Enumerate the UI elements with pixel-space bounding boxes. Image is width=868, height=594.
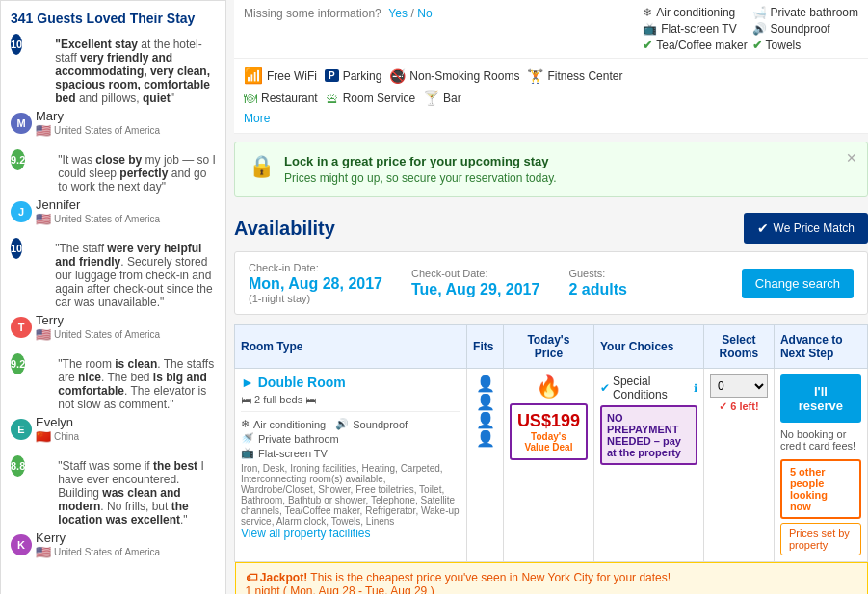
review-text: "Excellent stay at the hotel-staff very …	[55, 38, 216, 105]
bath-icon2: 🚿	[241, 432, 254, 445]
col-select: SelectRooms	[703, 325, 774, 369]
right-panel: Missing some information? Yes / No ❄ Air…	[226, 0, 868, 594]
review-item: 9.2 "It was close by my job — so I could…	[11, 149, 216, 226]
reviewer-row: T Terry 🇺🇸 United States of America	[11, 313, 216, 342]
review-score: 8.8	[11, 455, 25, 477]
ac-icon: ❄	[643, 6, 652, 19]
review-item: 9.2 "The room is clean. The staffs are n…	[11, 353, 216, 444]
reviewer-country: 🇺🇸 United States of America	[36, 545, 160, 559]
price-cell: 🔥 US$199 Today'sValue Deal	[503, 369, 593, 562]
col-choices: Your Choices	[593, 325, 703, 369]
table-header-row: Room Type Fits Today'sPrice Your Choices…	[235, 325, 868, 369]
review-score: 9.2	[11, 149, 25, 170]
bar-amenity: 🍸 Bar	[423, 90, 461, 106]
fitness-icon: 🏋	[527, 68, 543, 84]
flag-icon: 🇺🇸	[36, 327, 51, 342]
reviewer-initial: T	[11, 317, 32, 338]
tv-icon2: 📺	[241, 447, 254, 459]
hotel-amenities-bar: 📶 Free WiFi P Parking 🚭 Non-Smoking Room…	[234, 59, 868, 134]
wifi-icon: 📶	[244, 66, 263, 85]
review-text: "The staff were very helpful and friendl…	[55, 242, 216, 309]
lock-icon: 🔒	[249, 154, 275, 179]
advance-cell: I'll reserve No booking or credit card f…	[774, 369, 867, 562]
reviewer-country: 🇺🇸 United States of America	[36, 327, 160, 342]
banner-content: Lock in a great price for your upcoming …	[284, 154, 557, 185]
no-prepay-box: NO PREPAYMENT NEEDED – pay at the proper…	[600, 405, 697, 465]
missing-info-bar: Missing some information? Yes / No	[244, 6, 433, 20]
reviewer-row: K Kerry 🇺🇸 United States of America	[11, 530, 216, 559]
review-score: 9.2	[11, 353, 25, 374]
select-rooms-cell: 0 1 2 ✓ 6 left!	[703, 369, 774, 562]
fire-icon: 🔥	[536, 374, 562, 399]
availability-title: Availability	[234, 218, 335, 240]
price-amount: US$199	[517, 411, 580, 431]
check-icon: ✔	[643, 39, 652, 52]
availability-header: Availability ✔ We Price Match	[234, 205, 868, 251]
fitness-amenity: 🏋 Fitness Center	[527, 68, 622, 84]
yes-link[interactable]: Yes	[388, 7, 408, 20]
flag-icon: 🇺🇸	[36, 212, 51, 226]
review-item: 10 "Excellent stay at the hotel-staff ve…	[11, 34, 216, 138]
room-name-link[interactable]: ► Double Room	[241, 374, 346, 390]
reserve-button[interactable]: I'll reserve	[780, 374, 861, 423]
person-icons: 👤👤👤👤	[476, 375, 493, 447]
review-score: 10	[11, 238, 22, 259]
close-banner-button[interactable]: ✕	[846, 150, 857, 166]
fits-cell: 👤👤👤👤	[467, 369, 504, 562]
no-smoking-amenity: 🚭 Non-Smoking Rooms	[389, 68, 519, 84]
no-link[interactable]: No	[417, 7, 432, 20]
checkmark-icon: ✔	[757, 220, 769, 236]
reviewer-initial: J	[11, 201, 32, 222]
dates-row: Check-in Date: Mon, Aug 28, 2017 (1-nigh…	[234, 251, 868, 315]
amenities-row: 📶 Free WiFi P Parking 🚭 Non-Smoking Room…	[244, 66, 858, 85]
jackpot-dates: 1 night ( Mon, Aug 28 - Tue, Aug 29 )	[246, 584, 434, 594]
bed-info: 🛏 2 full beds 🛏	[241, 394, 460, 405]
reviewer-initial: M	[11, 113, 32, 134]
soundproof-icon: 🔊	[335, 418, 349, 430]
checkin-value: Mon, Aug 28, 2017	[249, 275, 382, 293]
price-match-button[interactable]: ✔ We Price Match	[744, 213, 868, 244]
reviewer-country: 🇨🇳 China	[36, 429, 79, 444]
info-icon[interactable]: ℹ	[694, 382, 697, 395]
checkout-group: Check-out Date: Tue, Aug 29, 2017	[411, 268, 539, 298]
bath-icon: 🛁	[752, 6, 767, 19]
rooms-select-dropdown[interactable]: 0 1 2	[710, 374, 768, 398]
price-badge: Today'sValue Deal	[517, 431, 580, 452]
room-service-icon: 🛎	[326, 90, 339, 106]
checkout-label: Check-out Date:	[411, 268, 539, 279]
price-box: US$199 Today'sValue Deal	[510, 403, 588, 460]
flag-icon: 🇺🇸	[36, 545, 51, 559]
bed-icon: 🛏	[241, 394, 251, 405]
amenity-towels: ✔ Towels	[752, 39, 858, 52]
people-looking-badge: 5 other people looking now	[780, 459, 861, 519]
flag-icon: 🇺🇸	[36, 123, 51, 138]
review-text: "It was close by my job — so I could sle…	[58, 153, 216, 194]
change-search-button[interactable]: Change search	[742, 269, 854, 298]
guests-group: Guests: 2 adults	[568, 268, 626, 298]
tv-icon: 📺	[643, 22, 657, 36]
sound-icon: 🔊	[752, 22, 767, 36]
night-stay: (1-night stay)	[249, 293, 382, 304]
reviewer-name: Kerry	[36, 530, 160, 545]
reviewer-name: Evelyn	[36, 415, 79, 429]
guests-value: 2 adults	[568, 281, 626, 298]
view-all-facilities-link[interactable]: View all property facilities	[241, 527, 371, 540]
choices-cell: ✔ Special Conditions ℹ NO PREPAYMENT NEE…	[593, 369, 703, 562]
reviewer-initial: K	[11, 534, 32, 555]
flag-icon: 🇨🇳	[36, 429, 51, 444]
amenity-flat-screen-tv: 📺 Flat-screen TV	[643, 22, 749, 36]
review-item: 8.8 "Staff was some if the best I have e…	[11, 455, 216, 559]
checkin-group: Check-in Date: Mon, Aug 28, 2017 (1-nigh…	[249, 262, 382, 304]
restaurant-icon: 🍽	[244, 90, 257, 106]
reviewer-row: M Mary 🇺🇸 United States of America	[11, 109, 216, 138]
jackpot-row: 🏷 Jackpot! This is the cheapest price yo…	[235, 562, 868, 595]
review-text: "The room is clean. The staffs are nice.…	[58, 357, 216, 411]
wifi-amenity: 📶 Free WiFi	[244, 66, 317, 85]
more-amenities-link[interactable]: More	[244, 112, 858, 125]
amenity-air-conditioning: ❄ Air conditioning	[643, 6, 749, 19]
room-amenities: ❄ Air conditioning 🔊 Soundproof 🚿 Privat…	[241, 418, 460, 527]
bed-size-icon: 🛏	[305, 394, 316, 405]
bar-icon: 🍸	[423, 90, 439, 106]
guests-label: Guests:	[568, 268, 626, 279]
no-smoking-icon: 🚭	[389, 68, 406, 84]
